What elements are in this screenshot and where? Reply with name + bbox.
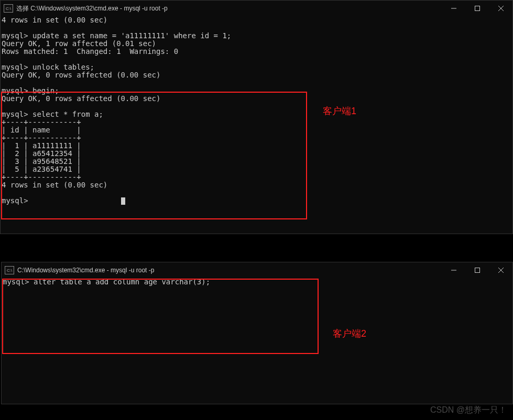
window-title-2: C:\Windows\system32\cmd.exe - mysql -u r… <box>17 267 442 274</box>
output-line: Query OK, 0 rows affected (0.00 sec) <box>2 71 160 79</box>
svg-rect-1 <box>475 6 479 11</box>
svg-line-7 <box>498 268 504 273</box>
close-button[interactable] <box>489 1 512 16</box>
terminal-output-2[interactable]: mysql> alter table a add column age varc… <box>2 278 512 286</box>
window-controls-2 <box>442 262 512 278</box>
output-line: | id | name | <box>2 126 81 134</box>
output-line: mysql> unlock tables; <box>2 63 94 71</box>
output-line: +----+-----------+ <box>2 173 81 181</box>
annotation-label-1: 客户端1 <box>323 105 356 117</box>
window-controls-1 <box>442 1 512 16</box>
terminal-window-1: C:\ 选择 C:\Windows\system32\cmd.exe - mys… <box>0 0 513 234</box>
maximize-button[interactable] <box>465 1 489 16</box>
terminal-output-1[interactable]: 4 rows in set (0.00 sec) mysql> update a… <box>1 16 512 205</box>
output-line: | 5 | a23654741 | <box>2 165 81 173</box>
svg-rect-5 <box>475 268 479 273</box>
output-line: 4 rows in set (0.00 sec) <box>2 16 107 24</box>
output-line: | 1 | a11111111 | <box>2 141 81 150</box>
svg-line-6 <box>498 268 504 273</box>
output-line: mysql> update a set name = 'a11111111' w… <box>2 31 231 40</box>
maximize-button[interactable] <box>465 262 489 278</box>
terminal-window-2: C:\ C:\Windows\system32\cmd.exe - mysql … <box>1 262 513 404</box>
output-line: mysql> begin; <box>2 86 59 95</box>
titlebar-2[interactable]: C:\ C:\Windows\system32\cmd.exe - mysql … <box>2 262 512 278</box>
output-line: 4 rows in set (0.00 sec) <box>2 181 107 189</box>
cmd-icon: C:\ <box>4 4 13 13</box>
watermark-text: CSDN @想养一只！ <box>430 405 507 416</box>
annotation-label-2: 客户端2 <box>333 327 366 340</box>
output-line: mysql> select * from a; <box>2 110 103 118</box>
prompt-line: mysql> <box>2 196 32 205</box>
window-title-1: 选择 C:\Windows\system32\cmd.exe - mysql -… <box>16 4 442 13</box>
svg-line-2 <box>498 6 504 11</box>
output-line: | 3 | a95648521 | <box>2 157 81 165</box>
output-line: +----+-----------+ <box>2 118 81 126</box>
minimize-button[interactable] <box>442 262 465 278</box>
svg-line-3 <box>498 6 504 11</box>
output-line: mysql> alter table a add column age varc… <box>3 278 210 286</box>
close-button[interactable] <box>489 262 512 278</box>
cursor-icon <box>121 197 125 205</box>
output-line: | 2 | a65412354 | <box>2 149 81 158</box>
cmd-icon: C:\ <box>5 266 14 274</box>
titlebar-1[interactable]: C:\ 选择 C:\Windows\system32\cmd.exe - mys… <box>1 1 512 16</box>
minimize-button[interactable] <box>442 1 465 16</box>
output-line: Query OK, 0 rows affected (0.00 sec) <box>2 94 160 103</box>
output-line: +----+-----------+ <box>2 134 81 142</box>
output-line: Query OK, 1 row affected (0.01 sec) <box>2 39 156 48</box>
output-line: Rows matched: 1 Changed: 1 Warnings: 0 <box>2 47 178 56</box>
